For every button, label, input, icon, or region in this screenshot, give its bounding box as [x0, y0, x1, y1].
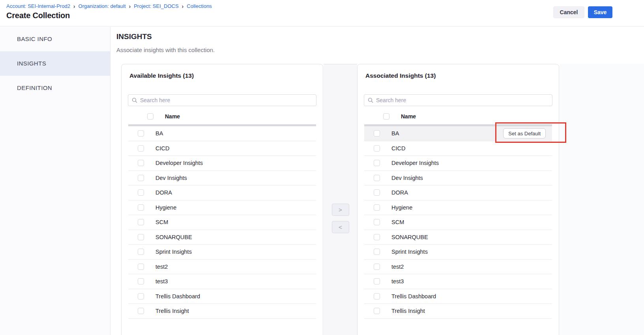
associated-search-box — [364, 94, 552, 106]
row-label: CICD — [391, 145, 405, 152]
row-checkbox[interactable] — [374, 234, 380, 240]
sidebar-item-basic-info[interactable]: BASIC INFO — [0, 27, 110, 51]
select-all-checkbox[interactable] — [383, 113, 389, 120]
name-column-header: Name — [401, 113, 416, 120]
page-title: Create Collection — [6, 11, 70, 20]
row-checkbox[interactable] — [374, 293, 380, 299]
transfer-strip: > < — [324, 64, 357, 335]
breadcrumb-collections-link[interactable]: Collections — [187, 3, 212, 9]
table-row[interactable]: Sprint Insights — [364, 245, 552, 260]
select-all-checkbox[interactable] — [147, 113, 154, 120]
row-checkbox[interactable] — [138, 308, 144, 314]
table-row[interactable]: SCM — [364, 215, 552, 230]
row-label: SONARQUBE — [391, 234, 428, 240]
section-heading: INSIGHTS — [116, 32, 152, 41]
table-row[interactable]: SONARQUBE — [364, 230, 552, 245]
table-row[interactable]: Hygiene — [364, 200, 552, 215]
row-checkbox[interactable] — [138, 175, 144, 181]
row-checkbox[interactable] — [374, 189, 380, 196]
row-label: SCM — [155, 219, 168, 225]
available-insights-list: BA CICD Developer Insights Dev Insights … — [128, 126, 316, 319]
associated-insights-title: Associated Insights (13) — [365, 72, 551, 79]
move-right-button[interactable]: > — [332, 204, 349, 216]
table-row[interactable]: Dev Insights — [364, 171, 552, 186]
row-checkbox[interactable] — [138, 234, 144, 240]
row-checkbox[interactable] — [138, 189, 144, 196]
table-row[interactable]: test2 — [128, 260, 316, 275]
row-checkbox[interactable] — [138, 130, 144, 137]
table-row[interactable]: Trellis Dashboard — [128, 289, 316, 304]
row-label: Developer Insights — [155, 160, 203, 166]
breadcrumb-project-link[interactable]: Project: SEI_DOCS — [134, 3, 178, 9]
row-checkbox[interactable] — [374, 204, 380, 211]
table-row[interactable]: test3 — [128, 274, 316, 289]
row-checkbox[interactable] — [374, 130, 380, 137]
row-checkbox[interactable] — [138, 278, 144, 284]
sidebar-item-insights[interactable]: INSIGHTS — [0, 51, 110, 76]
table-row[interactable]: test3 — [364, 274, 552, 289]
row-label: DORA — [155, 189, 172, 196]
row-checkbox[interactable] — [374, 175, 380, 181]
table-row[interactable]: DORA — [128, 185, 316, 200]
table-row[interactable]: Dev Insights — [128, 171, 316, 186]
row-label: test2 — [155, 264, 168, 270]
row-label: Hygiene — [155, 204, 176, 211]
available-insights-title: Available Insights (13) — [129, 72, 315, 79]
table-row[interactable]: test2 — [364, 260, 552, 275]
row-label: SONARQUBE — [155, 234, 192, 240]
row-label: Dev Insights — [155, 175, 187, 181]
row-checkbox[interactable] — [374, 308, 380, 314]
row-checkbox[interactable] — [374, 160, 380, 166]
row-label: Hygiene — [391, 204, 412, 211]
table-row[interactable]: Trellis Dashboard — [364, 289, 552, 304]
search-icon — [368, 97, 373, 103]
row-checkbox[interactable] — [374, 278, 380, 284]
row-label: Developer Insights — [391, 160, 439, 166]
associated-search-input[interactable] — [376, 97, 549, 103]
cancel-button[interactable]: Cancel — [553, 6, 584, 18]
set-as-default-button[interactable]: Set as Default — [503, 128, 546, 138]
row-label: Dev Insights — [391, 175, 423, 181]
table-row[interactable]: SONARQUBE — [128, 230, 316, 245]
table-row[interactable]: Sprint Insights — [128, 245, 316, 260]
table-row[interactable]: Developer Insights — [128, 156, 316, 171]
chevron-right-icon: › — [73, 4, 75, 9]
row-label: test3 — [155, 278, 168, 284]
available-insights-panel: Available Insights (13) Name BA CICD Dev… — [121, 64, 323, 335]
row-checkbox[interactable] — [374, 264, 380, 270]
chevron-right-icon: › — [182, 4, 184, 9]
row-checkbox[interactable] — [374, 145, 380, 152]
move-left-button[interactable]: < — [332, 221, 349, 233]
row-checkbox[interactable] — [138, 204, 144, 211]
table-row[interactable]: CICD — [128, 141, 316, 156]
row-label: Trellis Dashboard — [155, 293, 200, 299]
row-checkbox[interactable] — [138, 264, 144, 270]
table-row[interactable]: Trellis Insight — [128, 304, 316, 319]
available-search-input[interactable] — [140, 97, 313, 103]
row-label: BA — [391, 130, 399, 137]
table-row[interactable]: Trellis Insight — [364, 304, 552, 319]
table-row[interactable]: Hygiene — [128, 200, 316, 215]
row-checkbox[interactable] — [138, 249, 144, 255]
table-row[interactable]: BA — [128, 126, 316, 141]
row-checkbox[interactable] — [374, 219, 380, 225]
table-row[interactable]: SCM — [128, 215, 316, 230]
breadcrumb-account-link[interactable]: Account: SEI-Internal-Prod2 — [6, 3, 70, 9]
sidebar-item-definition[interactable]: DEFINITION — [0, 76, 110, 100]
row-checkbox[interactable] — [138, 145, 144, 152]
breadcrumb: Account: SEI-Internal-Prod2 › Organizati… — [6, 3, 212, 9]
table-row[interactable]: Developer Insights — [364, 156, 552, 171]
breadcrumb-organization-link[interactable]: Organization: default — [79, 3, 126, 9]
table-row[interactable]: DORA — [364, 185, 552, 200]
table-row[interactable]: BA Set as Default — [364, 126, 552, 141]
row-checkbox[interactable] — [138, 219, 144, 225]
save-button[interactable]: Save — [588, 6, 612, 18]
settings-sidebar: BASIC INFO INSIGHTS DEFINITION — [0, 27, 110, 335]
row-checkbox[interactable] — [138, 293, 144, 299]
row-checkbox[interactable] — [138, 160, 144, 166]
chevron-right-icon: › — [129, 4, 131, 9]
table-row[interactable]: CICD — [364, 141, 552, 156]
associated-table-header: Name — [364, 109, 552, 124]
row-label: Sprint Insights — [155, 249, 192, 255]
row-checkbox[interactable] — [374, 249, 380, 255]
